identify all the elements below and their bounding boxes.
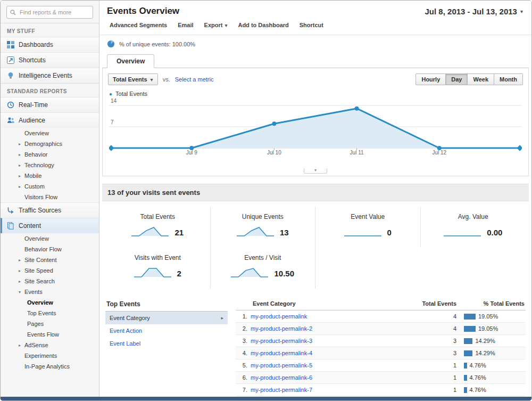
percent-bar <box>464 363 467 369</box>
main-content: Events Overview Jul 8, 2013 - Jul 13, 20… <box>99 1 531 400</box>
table-row: 2.my-product-permalink-2419.05% <box>236 323 526 335</box>
sidebar-item-audience[interactable]: Audience <box>1 112 99 128</box>
row-total-events: 3 <box>409 350 456 356</box>
row-total-events: 1 <box>409 362 456 369</box>
event-category-link[interactable]: my-product-permalink-3 <box>251 338 409 344</box>
top-events-item-category[interactable]: Event Category ▸ <box>105 312 228 324</box>
sidebar-item-technology[interactable]: ▸Technology <box>1 160 99 170</box>
granularity-month-button[interactable]: Month <box>494 73 523 85</box>
scorecards: Total Events 21 Unique Events 13 Event V… <box>105 207 526 289</box>
advanced-segments-button[interactable]: Advanced Segments <box>105 20 172 30</box>
scorecard-event-value[interactable]: Event Value 0 <box>315 207 421 248</box>
sidebar-item-audience-overview[interactable]: Overview <box>1 128 99 138</box>
granularity-day-button[interactable]: Day <box>446 73 468 85</box>
percent-bar <box>464 350 472 356</box>
lightbulb-icon <box>7 72 14 79</box>
sidebar-item-in-page-analytics[interactable]: In-Page Analytics <box>1 361 99 372</box>
shortcut-button[interactable]: Shortcut <box>295 20 328 30</box>
percent-bar <box>464 375 467 381</box>
sidebar-item-demographics[interactable]: ▸Demographics <box>1 138 99 149</box>
sparkline <box>134 266 171 280</box>
chart-collapse-handle[interactable]: ▾ <box>304 168 327 174</box>
sidebar-item-experiments[interactable]: Experiments <box>1 350 99 361</box>
top-events-section: Top Events Event Category ▸ Event Action… <box>105 298 526 400</box>
sidebar-item-visitors-flow[interactable]: Visitors Flow <box>1 192 99 202</box>
clock-icon <box>7 101 14 109</box>
sidebar-item-site-content[interactable]: ▸Site Content <box>1 255 99 265</box>
sidebar-item-pages[interactable]: Pages <box>1 318 99 329</box>
event-category-link[interactable]: my-product-permalink <box>251 313 409 320</box>
scorecard-visits-with-event[interactable]: Visits with Event 2 <box>105 248 211 289</box>
sidebar-item-behavior[interactable]: ▸Behavior <box>1 149 99 160</box>
top-events-item-label-row[interactable]: Event Label <box>105 337 228 350</box>
sidebar-item-adsense[interactable]: ▸AdSense <box>1 340 99 350</box>
sidebar-item-top-events[interactable]: Top Events <box>1 308 99 318</box>
row-percent: 19.05% <box>478 325 498 332</box>
granularity-switcher: Hourly Day Week Month <box>415 73 523 85</box>
granularity-hourly-button[interactable]: Hourly <box>415 73 446 85</box>
column-header-total-events[interactable]: Total Events <box>409 300 456 307</box>
sidebar-item-events-overview[interactable]: Overview <box>1 297 99 308</box>
row-percent-cell: 4.76% <box>456 362 526 369</box>
expand-arrow-icon: ▸ <box>19 279 24 284</box>
row-percent-cell: 4.76% <box>456 374 526 381</box>
event-category-link[interactable]: my-product-permalink-6 <box>251 374 409 381</box>
scorecard-value: 0 <box>387 228 392 237</box>
chart-controls: Total Events ▾ vs. Select a metric Hourl… <box>103 68 528 89</box>
column-header-event-category[interactable]: Event Category <box>236 300 409 307</box>
timeline-chart[interactable]: 714 Jul 9Jul 10Jul 11Jul 12 <box>109 101 522 161</box>
event-category-link[interactable]: my-product-permalink-5 <box>251 362 409 369</box>
scorecard-total-events[interactable]: Total Events 21 <box>105 207 211 248</box>
scorecard-events-per-visit[interactable]: Events / Visit 10.50 <box>211 248 316 289</box>
sparkline <box>131 225 169 239</box>
main-header: Events Overview Jul 8, 2013 - Jul 13, 20… <box>99 1 531 20</box>
sidebar-item-label: Overview <box>24 130 49 136</box>
email-button[interactable]: Email <box>173 20 198 30</box>
sidebar-item-content[interactable]: Content <box>1 218 99 233</box>
sidebar-item-site-speed[interactable]: ▸Site Speed <box>1 265 99 276</box>
select-metric-link[interactable]: Select a metric <box>175 76 214 83</box>
sidebar-item-label: Intelligence Events <box>19 72 72 79</box>
sidebar: MY STUFF Dashboards Shortcuts Intelligen… <box>1 1 99 400</box>
metric-selector-button[interactable]: Total Events ▾ <box>108 73 158 85</box>
sidebar-item-events-flow[interactable]: Events Flow <box>1 329 99 340</box>
add-to-dashboard-button[interactable]: Add to Dashboard <box>233 20 293 30</box>
row-percent-cell: 14.29% <box>456 338 526 344</box>
granularity-week-button[interactable]: Week <box>468 73 494 85</box>
sidebar-item-real-time[interactable]: Real-Time <box>1 97 99 112</box>
sidebar-item-events[interactable]: ▾Events <box>1 287 99 297</box>
sidebar-item-mobile[interactable]: ▸Mobile <box>1 170 99 181</box>
sidebar-item-label: In-Page Analytics <box>24 363 70 370</box>
event-category-link[interactable]: my-product-permalink-4 <box>251 350 409 356</box>
row-rank: 4. <box>236 350 251 356</box>
sidebar-item-label: Overview <box>27 299 53 306</box>
row-percent: 14.29% <box>475 338 495 344</box>
sidebar-item-behavior-flow[interactable]: Behavior Flow <box>1 244 99 255</box>
content-icon <box>7 222 14 230</box>
event-category-link[interactable]: my-product-permalink-7 <box>251 387 409 393</box>
search-input[interactable] <box>6 6 93 19</box>
scorecard-avg-value[interactable]: Avg. Value 0.00 <box>421 207 526 248</box>
column-header-percent-total-events[interactable]: % Total Events <box>456 300 526 307</box>
event-category-link[interactable]: my-product-permalink-2 <box>251 325 409 332</box>
scorecard-unique-events[interactable]: Unique Events 13 <box>211 207 316 248</box>
sidebar-item-dashboards[interactable]: Dashboards <box>1 37 99 52</box>
sidebar-item-content-overview[interactable]: Overview <box>1 233 99 244</box>
sidebar-item-label: Audience <box>19 117 45 124</box>
tab-overview[interactable]: Overview <box>107 54 154 68</box>
sidebar-item-site-search[interactable]: ▸Site Search <box>1 276 99 287</box>
export-button[interactable]: Export ▾ <box>200 20 232 30</box>
date-range-picker[interactable]: Jul 8, 2013 - Jul 13, 2013 ▾ <box>425 7 523 16</box>
scorecard-value: 13 <box>280 228 289 237</box>
row-percent-cell: 19.05% <box>456 325 526 332</box>
sidebar-item-custom[interactable]: ▸Custom <box>1 181 99 192</box>
row-percent: 4.76% <box>470 387 486 393</box>
sparkline <box>237 225 274 239</box>
sidebar-item-traffic-sources[interactable]: Traffic Sources <box>1 202 99 218</box>
top-events-item-action[interactable]: Event Action <box>105 324 228 337</box>
sidebar-item-intelligence-events[interactable]: Intelligence Events <box>1 68 99 83</box>
shortcuts-icon <box>7 56 14 64</box>
traffic-sources-icon <box>7 207 14 214</box>
scorecard-spacer <box>315 248 421 289</box>
sidebar-item-shortcuts[interactable]: Shortcuts <box>1 52 99 68</box>
